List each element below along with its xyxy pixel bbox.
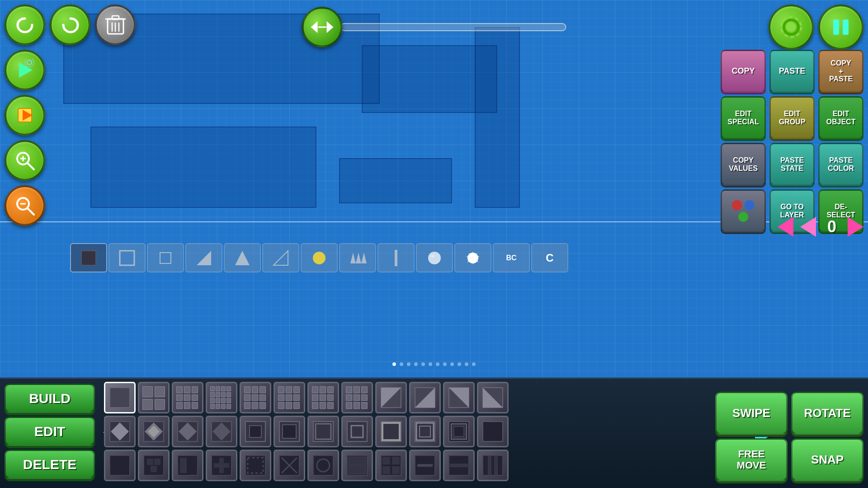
delete-button[interactable] bbox=[95, 5, 136, 45]
tab-explosion[interactable] bbox=[454, 243, 491, 272]
tab-sphere[interactable] bbox=[416, 243, 453, 272]
block-item-grid2[interactable] bbox=[138, 382, 170, 413]
block-dark-9[interactable] bbox=[375, 450, 407, 481]
block-diamond-2[interactable] bbox=[138, 416, 170, 447]
block-dark-6[interactable] bbox=[274, 450, 305, 481]
music-button[interactable] bbox=[5, 50, 45, 90]
dot-1[interactable] bbox=[392, 362, 396, 366]
copy-paste-button[interactable]: COPY+PASTE bbox=[818, 50, 863, 93]
tab-outline[interactable] bbox=[108, 243, 146, 272]
svg-point-39 bbox=[428, 252, 441, 264]
free-move-button[interactable]: FREEMOVE bbox=[715, 438, 788, 481]
dot-2[interactable] bbox=[400, 362, 403, 366]
dot-8[interactable] bbox=[443, 362, 447, 366]
dot-4[interactable] bbox=[414, 362, 418, 366]
delete-mode-button[interactable]: DELETE bbox=[5, 450, 95, 479]
zoom-in-button[interactable] bbox=[5, 140, 45, 181]
dot-5[interactable] bbox=[421, 362, 425, 366]
block-frame-4[interactable] bbox=[341, 416, 373, 447]
tab-small[interactable] bbox=[147, 243, 184, 272]
block-frame-2[interactable] bbox=[274, 416, 305, 447]
stop-button[interactable] bbox=[5, 95, 45, 136]
block-dark-4[interactable] bbox=[206, 450, 237, 481]
block-item-b8[interactable] bbox=[341, 382, 373, 413]
dot-6[interactable] bbox=[429, 362, 432, 366]
block-dark-11[interactable] bbox=[443, 450, 475, 481]
block-border-3[interactable] bbox=[443, 416, 475, 447]
paste-color-button[interactable]: PASTECOLOR bbox=[818, 143, 863, 186]
pause-button[interactable] bbox=[818, 5, 863, 50]
block-frame-1[interactable] bbox=[240, 416, 271, 447]
block-frame-3[interactable] bbox=[307, 416, 339, 447]
copy-values-button[interactable]: COPYVALUES bbox=[721, 143, 766, 186]
layer-next-button[interactable] bbox=[848, 217, 863, 237]
block-border-2[interactable] bbox=[409, 416, 441, 447]
block-dark-5[interactable] bbox=[240, 450, 271, 481]
layer-prev-button[interactable] bbox=[778, 217, 793, 237]
edit-group-button[interactable]: EDITGROUP bbox=[769, 96, 815, 139]
slider-track[interactable] bbox=[340, 23, 566, 31]
block-diamond-1[interactable] bbox=[104, 416, 136, 447]
block-item-b7[interactable] bbox=[307, 382, 339, 413]
svg-marker-20 bbox=[311, 21, 318, 33]
svg-rect-42 bbox=[110, 388, 130, 408]
tab-diagonal[interactable] bbox=[185, 243, 222, 272]
tab-pillar[interactable] bbox=[377, 243, 415, 272]
block-item-corner4[interactable] bbox=[477, 382, 509, 413]
paste-button[interactable]: PASTE bbox=[769, 50, 815, 93]
block-item-b5[interactable] bbox=[240, 382, 271, 413]
dot-7[interactable] bbox=[436, 362, 439, 366]
redo-button[interactable] bbox=[50, 5, 90, 45]
block-item-corner2[interactable] bbox=[409, 382, 441, 413]
edit-object-button[interactable]: EDITOBJECT bbox=[818, 96, 863, 139]
block-item-b6[interactable] bbox=[274, 382, 305, 413]
block-border-4[interactable] bbox=[477, 416, 509, 447]
dot-12[interactable] bbox=[472, 362, 476, 366]
undo-button[interactable] bbox=[5, 5, 45, 45]
block-dark-7[interactable] bbox=[307, 450, 339, 481]
block-item-solid[interactable] bbox=[104, 382, 136, 413]
block-dark-12[interactable] bbox=[477, 450, 509, 481]
rotate-button[interactable]: ROTATE bbox=[791, 392, 863, 435]
block-dark-10[interactable] bbox=[409, 450, 441, 481]
paste-state-button[interactable]: PASTESTATE bbox=[769, 143, 815, 186]
edit-mode-button[interactable]: EDIT bbox=[5, 417, 95, 446]
edit-special-button[interactable]: EDITSPECIAL bbox=[721, 96, 766, 139]
slider-handle[interactable] bbox=[302, 7, 343, 47]
color-picker-button[interactable] bbox=[721, 189, 766, 232]
block-item-corner1[interactable] bbox=[375, 382, 407, 413]
block-row-1 bbox=[104, 382, 509, 413]
settings-button[interactable] bbox=[769, 5, 814, 50]
dot-9[interactable] bbox=[450, 362, 454, 366]
bottom-panel: BUILD EDIT DELETE bbox=[0, 377, 868, 488]
block-border-1[interactable] bbox=[375, 416, 407, 447]
dot-10[interactable] bbox=[458, 362, 461, 366]
green-dot bbox=[738, 212, 748, 222]
block-item-corner3[interactable] bbox=[443, 382, 475, 413]
zoom-out-button[interactable] bbox=[5, 185, 45, 226]
block-dark-3[interactable] bbox=[172, 450, 203, 481]
block-dark-2[interactable] bbox=[138, 450, 170, 481]
tab-solid[interactable] bbox=[70, 243, 107, 272]
tab-bc[interactable]: BC bbox=[493, 243, 530, 272]
layer-prev-small-button[interactable] bbox=[800, 217, 816, 237]
tab-c[interactable]: C bbox=[531, 243, 568, 272]
copy-button[interactable]: COPY bbox=[721, 50, 766, 93]
layer-navigation: 0 bbox=[778, 217, 863, 237]
tab-circle-obj[interactable] bbox=[301, 243, 338, 272]
swipe-button[interactable]: SWIPE bbox=[715, 392, 788, 435]
tab-triangle[interactable] bbox=[224, 243, 261, 272]
dot-3[interactable] bbox=[407, 362, 410, 366]
block-diamond-3[interactable] bbox=[172, 416, 203, 447]
block-item-grid3[interactable] bbox=[172, 382, 203, 413]
block-diamond-4[interactable] bbox=[206, 416, 237, 447]
build-mode-button[interactable]: BUILD bbox=[5, 384, 95, 413]
block-dark-1[interactable] bbox=[104, 450, 136, 481]
tab-spikes[interactable] bbox=[339, 243, 376, 272]
layer-number: 0 bbox=[823, 217, 841, 236]
block-dark-8[interactable] bbox=[341, 450, 373, 481]
snap-button[interactable]: SNAP bbox=[791, 438, 863, 481]
block-item-grid4[interactable] bbox=[206, 382, 237, 413]
tab-slope[interactable] bbox=[262, 243, 299, 272]
dot-11[interactable] bbox=[465, 362, 468, 366]
